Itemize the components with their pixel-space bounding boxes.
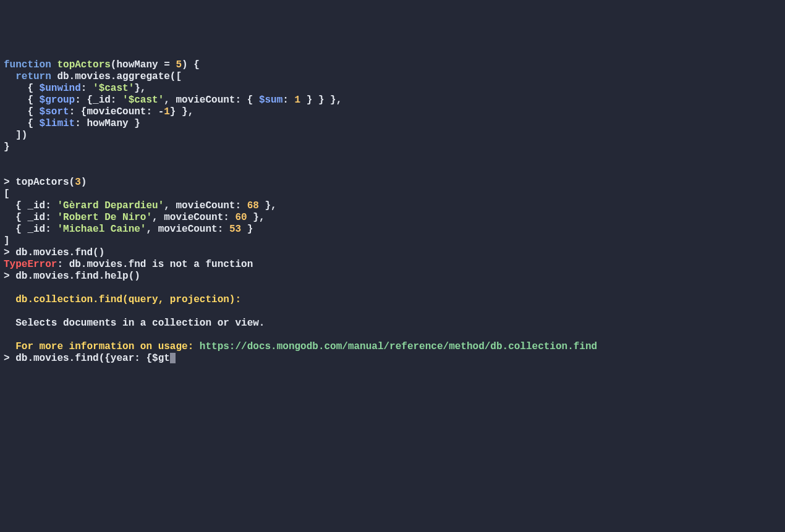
- row-post: },: [259, 200, 277, 211]
- close-fn: }: [4, 141, 10, 153]
- current-input-text[interactable]: db.movies.find({year: {$gt: [15, 353, 170, 364]
- call1-post: ): [81, 177, 87, 188]
- fn-def-line2: return db.movies.aggregate([: [4, 71, 182, 82]
- stage-group: { $group: {_id: '$cast', movieCount: { $…: [4, 95, 342, 106]
- unwind-mid: :: [81, 83, 93, 94]
- row-mid: , movieCount:: [146, 224, 229, 235]
- limit-pre: {: [4, 118, 40, 129]
- row-name: 'Gèrard Depardieu': [57, 200, 164, 211]
- limit-post: : howMany }: [75, 118, 140, 129]
- close-array: ]): [4, 130, 27, 141]
- prompt-line-3: > db.movies.find.help(): [4, 271, 140, 282]
- sort-post: } },: [170, 106, 193, 117]
- unwind-pre: {: [4, 83, 40, 94]
- row-name: 'Michael Caine': [57, 224, 146, 235]
- stage-limit: { $limit: howMany }: [4, 118, 140, 129]
- help-info-prefix: For more information on usage:: [4, 341, 200, 352]
- call1-arg: 3: [75, 177, 81, 188]
- prompt-symbol: >: [4, 271, 15, 282]
- row-count: 60: [235, 212, 247, 223]
- prompt-line-2: > db.movies.fnd(): [4, 247, 104, 258]
- cursor-block: [170, 353, 176, 363]
- call1-pre: topActors(: [15, 177, 75, 188]
- param-close: ) {: [182, 59, 200, 70]
- row-mid: , movieCount:: [164, 200, 247, 211]
- group-sum: $sum: [259, 95, 282, 106]
- row-count: 53: [229, 224, 241, 235]
- row-pre: { _id:: [4, 224, 57, 235]
- keyword-return: return: [15, 71, 51, 82]
- terminal-output[interactable]: function topActors(howMany = 5) { return…: [4, 59, 781, 365]
- result-row: { _id: 'Gèrard Depardieu', movieCount: 6…: [4, 200, 277, 211]
- unwind-str: '$cast': [93, 83, 134, 94]
- prompt-symbol: >: [4, 247, 15, 258]
- group-post: } } },: [300, 95, 342, 106]
- unwind-post: },: [134, 83, 146, 94]
- error-line: TypeError: db.movies.fnd is not a functi…: [4, 259, 253, 270]
- result-row: { _id: 'Michael Caine', movieCount: 53 }: [4, 224, 253, 235]
- sort-num: 1: [164, 106, 170, 117]
- sort-pre: {: [4, 106, 40, 117]
- keyword-function: function: [4, 59, 51, 70]
- limit-op: $limit: [40, 118, 75, 129]
- row-name: 'Robert De Niro': [57, 212, 152, 223]
- result-open: [: [4, 188, 10, 200]
- help-url[interactable]: https://docs.mongodb.com/manual/referenc…: [200, 341, 597, 352]
- group-mid2: , movieCount: {: [164, 95, 259, 106]
- row-post: },: [247, 212, 265, 223]
- group-op: $group: [40, 95, 75, 106]
- prompt-line-1: > topActors(3): [4, 177, 87, 188]
- fn-def-line1: function topActors(howMany = 5) {: [4, 59, 200, 70]
- error-rest: : db.movies.fnd is not a function: [57, 259, 253, 270]
- return-rest: db.movies.aggregate([: [51, 71, 182, 82]
- param-default: 5: [176, 59, 182, 70]
- row-mid: , movieCount:: [152, 212, 235, 223]
- help-info-line: For more information on usage: https://d…: [4, 341, 597, 352]
- error-label: TypeError: [4, 259, 57, 270]
- call2-text: db.movies.fnd(): [15, 247, 104, 258]
- row-pre: { _id:: [4, 212, 57, 223]
- row-post: }: [241, 224, 253, 235]
- row-pre: { _id:: [4, 200, 57, 211]
- group-num: 1: [294, 95, 300, 106]
- unwind-op: $unwind: [40, 83, 81, 94]
- group-mid3: :: [282, 95, 294, 106]
- function-name: topActors: [57, 59, 110, 70]
- stage-sort: { $sort: {movieCount: -1} },: [4, 106, 193, 117]
- stage-unwind: { $unwind: '$cast'},: [4, 83, 146, 94]
- help-heading: db.collection.find(query, projection):: [4, 294, 241, 305]
- help-desc: Selects documents in a collection or vie…: [4, 318, 265, 329]
- group-pre: {: [4, 95, 40, 106]
- result-row: { _id: 'Robert De Niro', movieCount: 60 …: [4, 212, 265, 223]
- group-mid: : {_id:: [75, 95, 122, 106]
- row-count: 68: [247, 200, 259, 211]
- call3-text: db.movies.find.help(): [15, 271, 140, 282]
- group-str: '$cast': [122, 95, 164, 106]
- sort-mid: : {movieCount: -: [69, 106, 164, 117]
- result-close: ]: [4, 235, 10, 247]
- param-open: (howMany =: [111, 59, 176, 70]
- sort-op: $sort: [40, 106, 69, 117]
- prompt-symbol: >: [4, 177, 15, 188]
- current-input-line[interactable]: > db.movies.find({year: {$gt: [4, 353, 176, 364]
- prompt-symbol: >: [4, 353, 15, 364]
